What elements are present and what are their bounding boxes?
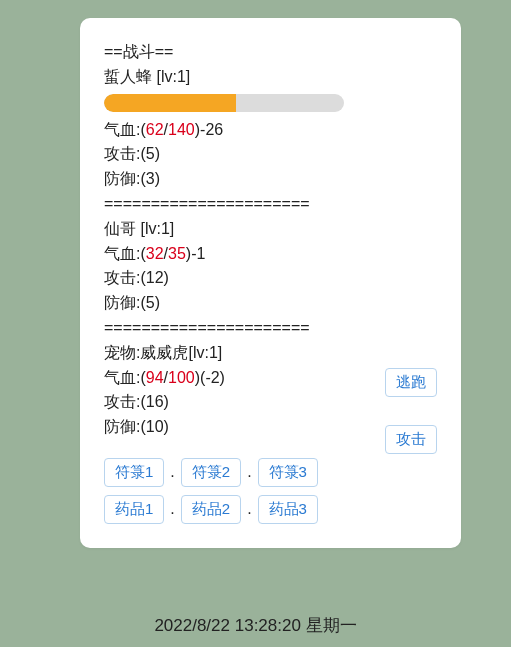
enemy-hp-cur: 62 [146, 121, 164, 138]
player-atk: 攻击:(12) [104, 266, 437, 291]
enemy-atk: 攻击:(5) [104, 142, 437, 167]
pet-hp-max: 100 [168, 369, 195, 386]
enemy-hp: 气血:(62/140)-26 [104, 118, 437, 143]
attack-button[interactable]: 攻击 [385, 425, 437, 454]
battle-header: ==战斗== [104, 40, 437, 65]
separator: ====================== [104, 192, 437, 217]
potion-row: 药品1 . 药品2 . 药品3 [104, 495, 437, 524]
potion-3-button[interactable]: 药品3 [258, 495, 318, 524]
separator: ====================== [104, 316, 437, 341]
battle-card: ==战斗== 蜇人蜂 [lv:1] 气血:(62/140)-26 攻击:(5) … [80, 18, 461, 548]
potion-1-button[interactable]: 药品1 [104, 495, 164, 524]
player-hp: 气血:(32/35)-1 [104, 242, 437, 267]
timestamp-footer: 2022/8/22 13:28:20 星期一 [0, 600, 511, 647]
talisman-2-button[interactable]: 符箓2 [181, 458, 241, 487]
talisman-row: 符箓1 . 符箓2 . 符箓3 [104, 458, 437, 487]
talisman-1-button[interactable]: 符箓1 [104, 458, 164, 487]
enemy-hp-fill [104, 94, 236, 112]
enemy-def: 防御:(3) [104, 167, 437, 192]
enemy-name: 蜇人蜂 [lv:1] [104, 65, 437, 90]
player-name: 仙哥 [lv:1] [104, 217, 437, 242]
dot-separator: . [166, 463, 178, 481]
enemy-hp-max: 140 [168, 121, 195, 138]
dot-separator: . [243, 500, 255, 518]
enemy-hp-bar [104, 94, 344, 112]
dot-separator: . [243, 463, 255, 481]
side-actions: 逃跑 攻击 [385, 368, 437, 454]
pet-name: 宠物:威威虎[lv:1] [104, 341, 437, 366]
player-hp-max: 35 [168, 245, 186, 262]
dot-separator: . [166, 500, 178, 518]
pet-hp-cur: 94 [146, 369, 164, 386]
potion-2-button[interactable]: 药品2 [181, 495, 241, 524]
flee-button[interactable]: 逃跑 [385, 368, 437, 397]
player-def: 防御:(5) [104, 291, 437, 316]
talisman-3-button[interactable]: 符箓3 [258, 458, 318, 487]
player-hp-cur: 32 [146, 245, 164, 262]
